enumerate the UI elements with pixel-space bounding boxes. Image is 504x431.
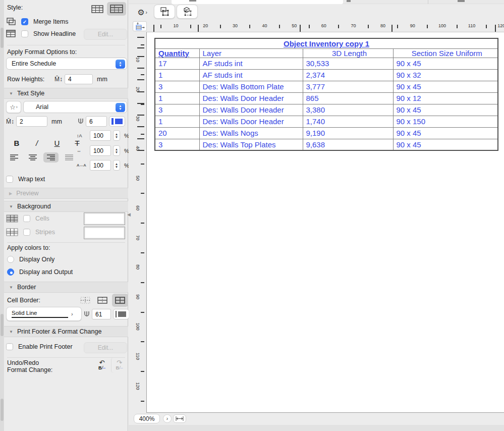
schedule-data-row[interactable]: 3Des: Walls Bottom Plate3,77790 x 45: [155, 81, 498, 92]
schedule-data-cell[interactable]: Des: Walls Door Header: [199, 92, 303, 104]
horizontal-ruler[interactable]: 102030405060708090100110120: [146, 21, 504, 32]
print-footer-section-header[interactable]: ▼ Print Footer & Format Change: [4, 326, 128, 337]
schedule-data-cell[interactable]: AF studs int: [199, 58, 303, 69]
letter-height-input[interactable]: 100: [90, 130, 111, 141]
stripes-color-well[interactable]: [84, 227, 125, 239]
fit-width-button[interactable]: [173, 414, 186, 423]
favorite-star-button[interactable]: ☆›: [6, 101, 21, 113]
headline-edit-button[interactable]: Edit...: [84, 29, 127, 40]
schedule-data-row[interactable]: 3Des: Walls Door Header3,38090 x 45: [155, 104, 498, 116]
schedule-data-cell[interactable]: 90 x 45: [393, 127, 498, 139]
align-left-button[interactable]: [7, 152, 22, 163]
enable-print-footer-checkbox[interactable]: [6, 343, 13, 350]
schedule-data-cell[interactable]: 90 x 45: [393, 139, 498, 150]
redo-format-change-button[interactable]: ↷ B/–: [111, 357, 127, 373]
print-footer-edit-button[interactable]: Edit...: [84, 342, 127, 353]
font-size-input[interactable]: 2: [16, 116, 47, 127]
border-pen-input[interactable]: 61: [92, 309, 111, 319]
schedule-data-cell[interactable]: 90 x 45: [393, 58, 498, 69]
schedule-data-cell[interactable]: 2,374: [303, 69, 393, 81]
apply-format-dropdown[interactable]: Entire Schedule ▲▼: [6, 58, 127, 70]
letter-spacing-stepper[interactable]: ▲▼: [113, 160, 120, 171]
text-pen-color-button[interactable]: [109, 116, 125, 127]
settings-gear-button[interactable]: ⚙›: [134, 6, 151, 19]
preview-section-header[interactable]: ▶ Preview: [4, 188, 128, 199]
schedule-data-cell[interactable]: 90 x 45: [393, 81, 498, 92]
schedule-data-cell[interactable]: 90 x 32: [393, 69, 498, 81]
schedule-data-row[interactable]: 3Des: Walls Top Plates9,63890 x 45: [155, 139, 498, 150]
schedule-data-cell[interactable]: 3: [155, 139, 199, 150]
zoom-menu-button[interactable]: ›: [163, 414, 172, 423]
zoom-level-button[interactable]: 400%: [134, 414, 160, 423]
schedule-data-cell[interactable]: Des: Walls Top Plates: [199, 139, 303, 150]
ruler-origin-button[interactable]: [133, 21, 147, 31]
display-and-output-radio[interactable]: [7, 268, 14, 276]
display-only-radio[interactable]: [7, 256, 14, 263]
schedule-data-cell[interactable]: 3: [155, 104, 199, 116]
schedule-data-cell[interactable]: 90 x 150: [393, 116, 498, 127]
style-option-merged-button[interactable]: [107, 2, 126, 16]
bold-button[interactable]: B: [9, 136, 24, 149]
schedule-data-cell[interactable]: 17: [155, 58, 199, 69]
merge-items-checkbox[interactable]: ✓: [21, 18, 28, 25]
schedule-title-row[interactable]: Object Inventory copy 1: [155, 38, 498, 48]
italic-button[interactable]: /: [29, 136, 44, 149]
schedule-data-cell[interactable]: 9,190: [303, 127, 393, 139]
schedule-data-row[interactable]: 20Des: Walls Nogs9,19090 x 45: [155, 127, 498, 139]
cell-border-all-button[interactable]: [112, 294, 128, 307]
align-center-button[interactable]: [25, 152, 40, 163]
border-pen-color-button[interactable]: [113, 309, 129, 319]
schedule-data-cell[interactable]: 30,533: [303, 58, 393, 69]
select-3d-elements-button[interactable]: [177, 5, 198, 19]
schedule-data-row[interactable]: 1Des: Walls Door Header86590 x 12: [155, 92, 498, 104]
schedule-data-cell[interactable]: 3,777: [303, 81, 393, 92]
style-option-plain-button[interactable]: [89, 3, 106, 15]
letter-width-input[interactable]: 100: [90, 145, 111, 156]
cells-checkbox[interactable]: [23, 215, 30, 222]
schedule-canvas[interactable]: Object Inventory copy 1 QuantityLayer3D …: [146, 32, 504, 413]
letter-height-stepper[interactable]: ▲▼: [113, 130, 120, 141]
align-right-button[interactable]: [43, 152, 59, 163]
undo-format-change-button[interactable]: ↶ B/–: [94, 357, 110, 373]
schedule-data-cell[interactable]: AF studs int: [199, 69, 303, 81]
schedule-data-cell[interactable]: 865: [303, 92, 393, 104]
letter-spacing-input[interactable]: 100: [90, 160, 111, 171]
row-heights-input[interactable]: 4: [65, 74, 93, 84]
wrap-text-checkbox[interactable]: [6, 176, 13, 183]
schedule-data-cell[interactable]: 1,740: [303, 116, 393, 127]
text-style-section-header[interactable]: ▼ Text Style: [4, 88, 128, 99]
cells-color-well[interactable]: [84, 212, 125, 225]
schedule-header-cell[interactable]: Layer: [199, 48, 303, 58]
stripes-checkbox[interactable]: [23, 229, 30, 236]
cell-border-none-button[interactable]: [78, 294, 93, 306]
schedule-title-cell[interactable]: Object Inventory copy 1: [155, 38, 498, 48]
show-headline-checkbox[interactable]: [21, 30, 28, 37]
schedule-data-cell[interactable]: 3: [155, 81, 199, 92]
schedule-data-cell[interactable]: Des: Walls Door Header: [199, 104, 303, 116]
schedule-data-cell[interactable]: 20: [155, 127, 199, 139]
vertical-ruler[interactable]: 102030405060708090100110120: [133, 32, 146, 413]
schedule-data-cell[interactable]: 1: [155, 69, 199, 81]
letter-width-stepper[interactable]: ▲▼: [113, 145, 120, 156]
schedule-table[interactable]: Object Inventory copy 1 QuantityLayer3D …: [154, 38, 498, 151]
line-type-dropdown[interactable]: Solid Line ›: [6, 307, 82, 321]
schedule-header-row[interactable]: QuantityLayer3D LengthSection Size Unifo…: [155, 48, 498, 58]
schedule-data-row[interactable]: 1Des: Walls Door Header1,74090 x 150: [155, 116, 498, 127]
schedule-data-row[interactable]: 1AF studs int2,37490 x 32: [155, 69, 498, 81]
align-justify-button[interactable]: [62, 152, 77, 163]
schedule-header-cell[interactable]: 3D Length: [303, 48, 393, 58]
background-section-header[interactable]: ▼ Background: [4, 201, 128, 212]
schedule-data-cell[interactable]: Des: Walls Nogs: [199, 127, 303, 139]
schedule-data-row[interactable]: 17AF studs int30,53390 x 45: [155, 58, 498, 69]
text-pen-input[interactable]: 6: [86, 116, 107, 127]
schedule-data-cell[interactable]: Des: Walls Bottom Plate: [199, 81, 303, 92]
schedule-data-cell[interactable]: Des: Walls Door Header: [199, 116, 303, 127]
schedule-data-cell[interactable]: 90 x 45: [393, 104, 498, 116]
schedule-data-cell[interactable]: 1: [155, 92, 199, 104]
select-elements-button[interactable]: [154, 5, 175, 19]
schedule-data-cell[interactable]: 9,638: [303, 139, 393, 150]
underline-button[interactable]: U: [49, 136, 65, 149]
panel-collapse-arrow-icon[interactable]: ◀: [127, 212, 131, 217]
schedule-data-cell[interactable]: 1: [155, 116, 199, 127]
border-section-header[interactable]: ▼ Border: [4, 282, 128, 293]
